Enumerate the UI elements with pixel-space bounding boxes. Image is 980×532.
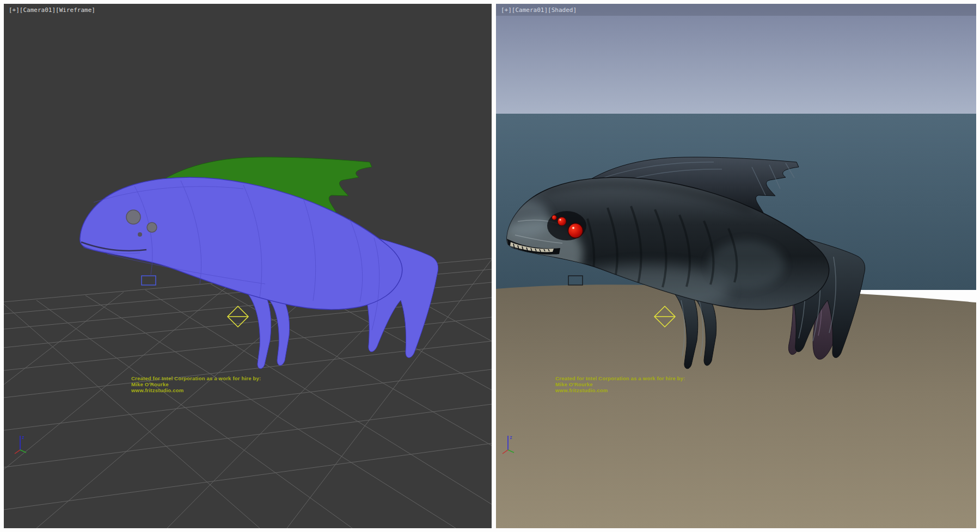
red-eye-large: [568, 224, 583, 238]
sand-ground: [496, 284, 976, 528]
axis-z-label: z: [510, 435, 512, 440]
watermark-line2: Mike O'Rourke: [131, 381, 169, 387]
viewport-label-shaded[interactable]: [+][Camera01][Shaded]: [501, 7, 577, 14]
watermark-line2: Mike O'Rourke: [555, 381, 593, 387]
red-eye-medium: [558, 217, 566, 226]
eyes-shaded: [547, 211, 586, 240]
axis-z-label: z: [22, 435, 24, 440]
watermark-line1: Created for Intel Corporation as a work …: [555, 375, 685, 381]
viewport-wireframe[interactable]: Created for Intel Corporation as a work …: [4, 4, 492, 528]
eye-small: [147, 222, 157, 232]
eye-dot: [138, 232, 142, 237]
watermark-line1: Created for Intel Corporation as a work …: [131, 375, 261, 381]
red-eye-small: [552, 215, 557, 220]
sky: [496, 4, 976, 114]
viewport-label-wireframe[interactable]: [+][Camera01][Wireframe]: [9, 7, 95, 14]
dual-viewport-window: Created for Intel Corporation as a work …: [0, 0, 980, 532]
viewport-shaded[interactable]: Created for Intel Corporation as a work …: [496, 4, 976, 528]
watermark-line3: www.fritzstudio.com: [131, 387, 183, 393]
eye-large: [126, 210, 140, 224]
watermark-line3: www.fritzstudio.com: [555, 387, 608, 393]
eye-highlight-1: [572, 227, 574, 229]
eye-highlight-2: [560, 219, 561, 221]
